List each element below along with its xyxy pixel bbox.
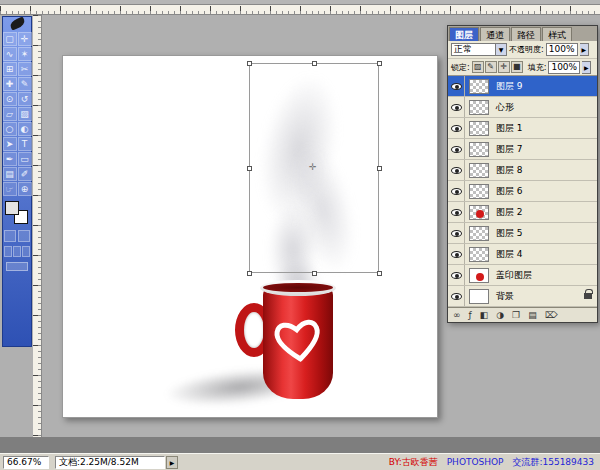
layer-row[interactable]: 图层 8 <box>448 160 597 181</box>
tool-button[interactable]: ✎ <box>18 77 32 91</box>
eye-icon[interactable] <box>451 230 462 237</box>
lock-toggle-icon[interactable]: ▨ <box>472 61 484 73</box>
document-canvas[interactable]: ✛ <box>62 55 438 418</box>
layers-action-icon[interactable]: ◧ <box>480 310 489 320</box>
visibility-cell[interactable] <box>448 118 465 138</box>
tool-button[interactable]: ✛ <box>18 32 32 46</box>
visibility-cell[interactable] <box>448 160 465 180</box>
standard-mode-button[interactable] <box>4 230 16 242</box>
eye-icon[interactable] <box>451 293 462 300</box>
chevron-down-icon[interactable]: ▼ <box>495 44 506 55</box>
tool-button[interactable]: T <box>18 137 32 151</box>
palette-tab[interactable]: 样式 <box>542 27 572 41</box>
lock-toggle-icon[interactable]: ■ <box>511 61 523 73</box>
palette-tab[interactable]: 通道 <box>480 27 510 41</box>
tool-button[interactable]: ▨ <box>18 107 32 121</box>
eye-icon[interactable] <box>451 104 462 111</box>
layer-row[interactable]: 图层 2 <box>448 202 597 223</box>
opacity-slider-arrow-icon[interactable]: ▶ <box>580 43 589 56</box>
eye-icon[interactable] <box>451 125 462 132</box>
quick-mask-mode-button[interactable] <box>18 230 30 242</box>
transform-selection-box[interactable]: ✛ <box>249 63 379 273</box>
visibility-cell[interactable] <box>448 76 465 96</box>
blend-mode-select[interactable]: 正常 ▼ <box>451 43 507 56</box>
transform-handle[interactable] <box>377 61 382 66</box>
fullscreen-button[interactable] <box>22 246 30 257</box>
layer-row[interactable]: 图层 9 <box>448 76 597 97</box>
tool-button[interactable]: ⊙ <box>3 92 17 106</box>
opacity-input[interactable]: 100% <box>546 43 578 56</box>
tool-button[interactable]: ➤ <box>3 137 17 151</box>
eye-icon[interactable] <box>451 83 462 90</box>
layer-row[interactable]: 心形 <box>448 97 597 118</box>
layer-row[interactable]: 图层 7 <box>448 139 597 160</box>
foreground-color-swatch[interactable] <box>5 201 19 215</box>
tool-button[interactable]: ⊕ <box>18 182 32 196</box>
zoom-level-field[interactable]: 66.67% <box>3 456 49 469</box>
tool-button[interactable]: ↺ <box>18 92 32 106</box>
visibility-cell[interactable] <box>448 97 465 117</box>
imageready-button[interactable] <box>6 262 28 271</box>
fill-slider-arrow-icon[interactable]: ▶ <box>582 61 591 74</box>
transform-handle[interactable] <box>247 166 252 171</box>
transform-handle[interactable] <box>312 271 317 276</box>
eye-icon[interactable] <box>451 251 462 258</box>
palette-tab[interactable]: 图层 <box>449 27 479 41</box>
visibility-cell[interactable] <box>448 181 465 201</box>
visibility-cell[interactable] <box>448 244 465 264</box>
tool-button[interactable]: ▭ <box>18 152 32 166</box>
tool-button[interactable]: ○ <box>3 122 17 136</box>
fullscreen-menu-button[interactable] <box>13 246 21 257</box>
tool-button[interactable]: ✐ <box>18 167 32 181</box>
layers-action-icon[interactable]: ∞ <box>453 310 461 320</box>
tool-button[interactable]: ▢ <box>3 32 17 46</box>
layers-action-icon[interactable]: ⌦ <box>545 310 558 320</box>
layer-row[interactable]: 图层 4 <box>448 244 597 265</box>
layer-row[interactable]: 背景 <box>448 286 597 307</box>
layers-action-icon[interactable]: ◑ <box>496 310 504 320</box>
tool-button[interactable]: ▱ <box>3 107 17 121</box>
transform-handle[interactable] <box>247 271 252 276</box>
visibility-cell[interactable] <box>448 202 465 222</box>
transform-handle[interactable] <box>312 61 317 66</box>
tool-button[interactable]: ∿ <box>3 47 17 61</box>
thumbnail-cell <box>465 247 492 262</box>
toolbar-grip[interactable] <box>3 17 31 30</box>
tool-button[interactable]: ☞ <box>3 182 17 196</box>
tool-button[interactable]: ▤ <box>3 167 17 181</box>
horizontal-ruler[interactable] <box>0 4 600 15</box>
layer-row[interactable]: 图层 6 <box>448 181 597 202</box>
fill-input[interactable]: 100% <box>548 61 580 74</box>
visibility-cell[interactable] <box>448 139 465 159</box>
lock-toggle-icon[interactable]: ✎ <box>485 61 497 73</box>
palette-tab[interactable]: 路径 <box>511 27 541 41</box>
vertical-ruler[interactable] <box>33 15 42 437</box>
visibility-cell[interactable] <box>448 265 465 285</box>
eye-icon[interactable] <box>451 209 462 216</box>
layers-action-icon[interactable]: ▤ <box>528 310 537 320</box>
layer-row[interactable]: 图层 5 <box>448 223 597 244</box>
tool-button[interactable]: ✂ <box>18 62 32 76</box>
visibility-cell[interactable] <box>448 286 465 306</box>
transform-handle[interactable] <box>247 61 252 66</box>
tool-button[interactable]: ⊞ <box>3 62 17 76</box>
transform-handle[interactable] <box>377 271 382 276</box>
tool-button[interactable]: ◐ <box>18 122 32 136</box>
eye-icon[interactable] <box>451 167 462 174</box>
layer-thumbnail <box>469 184 489 199</box>
layers-action-icon[interactable]: ❐ <box>512 310 520 320</box>
tool-button[interactable]: ✒ <box>3 152 17 166</box>
tool-button[interactable]: ✶ <box>18 47 32 61</box>
eye-icon[interactable] <box>451 146 462 153</box>
layer-row[interactable]: 图层 1 <box>448 118 597 139</box>
lock-toggle-icon[interactable]: ✛ <box>498 61 510 73</box>
eye-icon[interactable] <box>451 272 462 279</box>
transform-handle[interactable] <box>377 166 382 171</box>
visibility-cell[interactable] <box>448 223 465 243</box>
layers-action-icon[interactable]: ƒ <box>469 310 472 320</box>
standard-screen-button[interactable] <box>4 246 12 257</box>
status-menu-arrow-icon[interactable]: ▶ <box>166 456 178 469</box>
layer-row[interactable]: 盖印图层 <box>448 265 597 286</box>
tool-button[interactable]: ✚ <box>3 77 17 91</box>
eye-icon[interactable] <box>451 188 462 195</box>
